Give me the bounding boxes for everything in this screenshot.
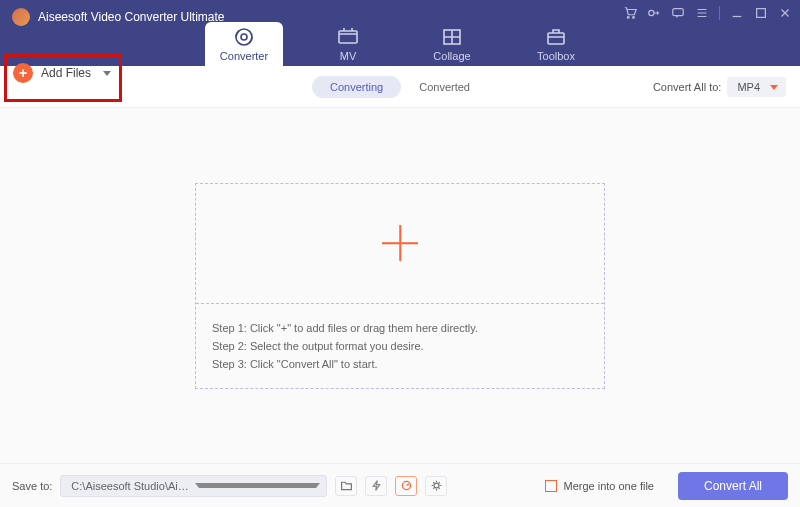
tab-label: MV	[340, 50, 357, 62]
open-folder-button[interactable]	[335, 476, 357, 496]
tab-collage[interactable]: Collage	[413, 22, 491, 66]
svg-point-11	[434, 483, 439, 488]
checkbox-icon	[545, 480, 557, 492]
svg-rect-9	[548, 33, 564, 44]
toolbar: + Add Files Converting Converted Convert…	[0, 66, 800, 108]
merge-label: Merge into one file	[563, 480, 654, 492]
hispeed-button[interactable]	[395, 476, 417, 496]
save-path-dropdown[interactable]: C:\Aiseesoft Studio\Ais...rter Ultimate\…	[60, 475, 327, 497]
close-icon[interactable]	[778, 6, 792, 20]
segment-converting[interactable]: Converting	[312, 76, 401, 98]
status-segment: Converting Converted	[312, 76, 488, 98]
toolbox-icon	[544, 28, 568, 46]
segment-converted[interactable]: Converted	[401, 76, 488, 98]
separator	[719, 6, 720, 20]
titlebar-actions	[623, 6, 792, 20]
cart-icon[interactable]	[623, 6, 637, 20]
tab-label: Toolbox	[537, 50, 575, 62]
mv-icon	[336, 28, 360, 46]
minimize-icon[interactable]	[730, 6, 744, 20]
step-text: Step 2: Select the output format you des…	[212, 340, 588, 352]
maximize-icon[interactable]	[754, 6, 768, 20]
svg-rect-7	[339, 31, 357, 43]
menu-icon[interactable]	[695, 6, 709, 20]
svg-rect-3	[673, 9, 684, 16]
instructions: Step 1: Click "+" to add files or drag t…	[196, 304, 604, 388]
svg-point-6	[241, 34, 247, 40]
tab-label: Converter	[220, 50, 268, 62]
hw-accel-button[interactable]	[365, 476, 387, 496]
svg-rect-4	[757, 9, 766, 18]
footer: Save to: C:\Aiseesoft Studio\Ais...rter …	[0, 463, 800, 507]
dropzone-top[interactable]	[196, 184, 604, 304]
svg-point-0	[627, 17, 629, 19]
add-files-button[interactable]: + Add Files	[13, 63, 111, 83]
merge-checkbox[interactable]: Merge into one file	[545, 480, 654, 492]
svg-point-1	[633, 17, 635, 19]
big-plus-icon	[382, 225, 418, 261]
feedback-icon[interactable]	[671, 6, 685, 20]
plus-icon: +	[13, 63, 33, 83]
tab-toolbox[interactable]: Toolbox	[517, 22, 595, 66]
add-files-label: Add Files	[41, 66, 91, 80]
chevron-down-icon	[103, 71, 111, 76]
key-icon[interactable]	[647, 6, 661, 20]
add-files-highlight: + Add Files	[4, 54, 122, 102]
collage-icon	[440, 28, 464, 46]
format-selected: MP4	[737, 81, 760, 93]
tab-mv[interactable]: MV	[309, 22, 387, 66]
save-path-value: C:\Aiseesoft Studio\Ais...rter Ultimate\…	[71, 480, 188, 492]
convert-all-to-label: Convert All to:	[653, 81, 721, 93]
converter-icon	[232, 28, 256, 46]
main-area: Step 1: Click "+" to add files or drag t…	[0, 108, 800, 463]
convert-all-to: Convert All to: MP4	[653, 77, 786, 97]
settings-button[interactable]	[425, 476, 447, 496]
step-text: Step 1: Click "+" to add files or drag t…	[212, 322, 588, 334]
format-dropdown[interactable]: MP4	[727, 77, 786, 97]
step-text: Step 3: Click "Convert All" to start.	[212, 358, 588, 370]
dropzone[interactable]: Step 1: Click "+" to add files or drag t…	[195, 183, 605, 389]
tab-converter[interactable]: Converter	[205, 22, 283, 66]
tab-label: Collage	[433, 50, 470, 62]
convert-all-button[interactable]: Convert All	[678, 472, 788, 500]
save-to-label: Save to:	[12, 480, 52, 492]
svg-point-2	[649, 10, 654, 15]
chevron-down-icon	[195, 483, 320, 488]
